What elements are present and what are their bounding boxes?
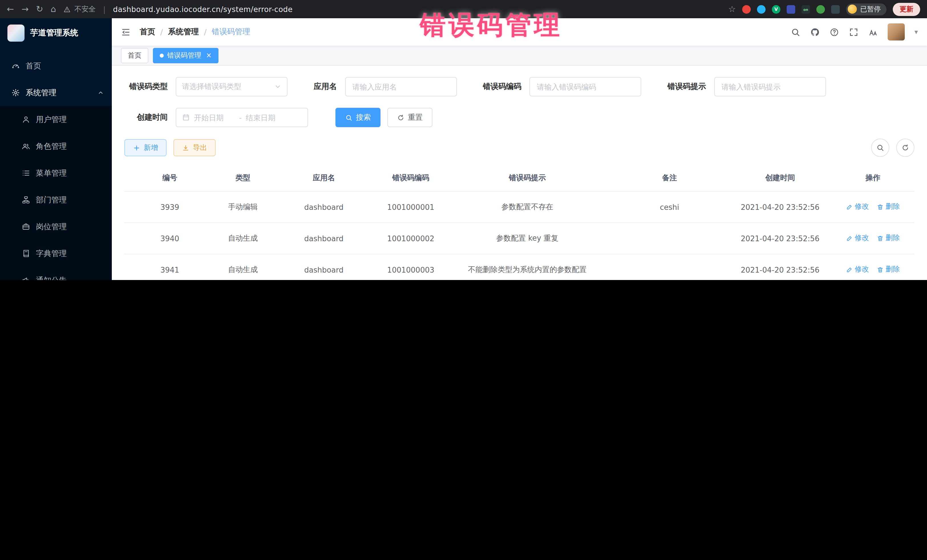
export-button[interactable]: 导出 [173, 139, 216, 156]
reload-icon[interactable]: ↻ [36, 5, 43, 14]
refresh-table-button[interactable] [896, 138, 915, 157]
address-divider: | [103, 5, 106, 14]
github-icon[interactable] [810, 27, 820, 37]
add-button-label: 新增 [144, 143, 158, 153]
address-url[interactable]: dashboard.yudao.iocoder.cn/system/error-… [113, 5, 293, 14]
edit-link[interactable]: 修改 [846, 234, 869, 243]
sidebar-item-roles[interactable]: 角色管理 [0, 133, 112, 160]
cell-app: dashboard [271, 254, 377, 280]
sidebar-item-notices[interactable]: 通知公告 [0, 267, 112, 280]
delete-link[interactable]: 删除 [877, 265, 900, 275]
list-icon [22, 169, 30, 178]
cell-app: dashboard [271, 223, 377, 254]
search-icon [876, 144, 884, 152]
extension-icon[interactable] [742, 5, 751, 14]
refresh-icon [397, 114, 404, 121]
tab-error-code[interactable]: 错误码管理 × [153, 48, 219, 63]
home-icon[interactable]: ⌂ [50, 5, 56, 14]
tab-home[interactable]: 首页 [121, 48, 148, 63]
add-button[interactable]: 新增 [125, 139, 167, 156]
extension-icon[interactable]: on [801, 5, 810, 14]
reset-button[interactable]: 重置 [388, 108, 432, 127]
user-avatar[interactable] [887, 23, 905, 41]
error-code-table: 编号 类型 应用名 错误码编码 错误码提示 备注 创建时间 操作 [125, 165, 915, 280]
search-button[interactable]: 搜索 [336, 108, 380, 127]
delete-link[interactable]: 删除 [877, 202, 900, 212]
error-type-select[interactable]: 请选择错误码类型 [176, 77, 287, 96]
forward-icon[interactable]: → [21, 5, 29, 14]
browser-chrome: ← → ↻ ⌂ 不安全 | dashboard.yudao.iocoder.cn… [0, 0, 927, 18]
error-code-input[interactable] [529, 77, 641, 96]
sidebar-item-system[interactable]: 系统管理 [0, 79, 112, 106]
extension-icon[interactable] [816, 5, 825, 14]
cell-type: 自动生成 [215, 254, 271, 280]
user-icon [22, 115, 30, 124]
bookmark-star-icon[interactable]: ☆ [728, 5, 736, 14]
sidebar-item-posts[interactable]: 岗位管理 [0, 213, 112, 240]
calendar-icon [182, 114, 190, 121]
filter-type-label: 错误码类型 [125, 82, 168, 92]
app-logo[interactable]: 芋道管理系统 [0, 18, 112, 48]
create-time-range-picker[interactable]: - [176, 108, 308, 127]
edit-link[interactable]: 修改 [846, 265, 869, 275]
extension-icon[interactable] [757, 5, 766, 14]
delete-label: 删除 [886, 265, 900, 275]
tab-label: 首页 [128, 50, 141, 60]
app-title: 芋道管理系统 [30, 28, 78, 38]
sidebar-item-dictionary[interactable]: 字典管理 [0, 240, 112, 267]
fullscreen-icon[interactable] [849, 27, 859, 37]
users-icon [22, 142, 30, 150]
start-date-input[interactable] [194, 113, 235, 122]
extension-icon[interactable] [787, 5, 795, 14]
sidebar-item-users[interactable]: 用户管理 [0, 106, 112, 133]
range-separator: - [239, 113, 242, 122]
breadcrumb-system[interactable]: 系统管理 [168, 27, 199, 37]
profile-paused-chip[interactable]: 已暂停 [846, 3, 886, 15]
sidebar-item-menus[interactable]: 菜单管理 [0, 160, 112, 187]
show-search-toggle-button[interactable] [871, 138, 889, 157]
app-name-input[interactable] [345, 77, 457, 96]
filter-hint-label: 错误码提示 [667, 82, 706, 92]
cell-type: 自动生成 [215, 223, 271, 254]
edit-link[interactable]: 修改 [846, 202, 869, 212]
help-icon[interactable] [830, 27, 839, 37]
browser-update-button[interactable]: 更新 [893, 3, 920, 16]
col-header-app: 应用名 [271, 165, 377, 191]
back-icon[interactable]: ← [7, 5, 14, 14]
cell-id: 3939 [125, 191, 215, 223]
breadcrumb: 首页 / 系统管理 / 错误码管理 [140, 27, 250, 37]
cell-id: 3941 [125, 254, 215, 280]
close-icon[interactable]: × [206, 51, 212, 59]
caret-down-icon[interactable]: ▾ [915, 28, 918, 36]
download-icon [182, 144, 189, 152]
breadcrumb-separator: / [160, 27, 163, 36]
col-header-hint: 错误码提示 [444, 165, 610, 191]
cell-id: 3940 [125, 223, 215, 254]
delete-link[interactable]: 删除 [877, 234, 900, 243]
pin-extension-icon[interactable] [831, 5, 840, 14]
search-icon[interactable] [791, 27, 800, 37]
error-hint-input[interactable] [714, 77, 826, 96]
extension-icon[interactable]: V [772, 5, 780, 14]
reset-button-label: 重置 [408, 112, 423, 123]
sidebar-item-home[interactable]: 首页 [0, 52, 112, 79]
error-code-page: 错误码类型 请选择错误码类型 应用名 错误码编码 [112, 65, 927, 280]
edit-pencil-icon [846, 266, 853, 273]
filter-app-label: 应用名 [314, 82, 337, 92]
book-icon [22, 249, 30, 258]
end-date-input[interactable] [246, 113, 287, 122]
cell-remark [610, 254, 729, 280]
table-row: 3939 手动编辑 dashboard 1001000001 参数配置不存在 c… [125, 191, 915, 223]
breadcrumb-home[interactable]: 首页 [140, 27, 155, 37]
sidebar-item-departments[interactable]: 部门管理 [0, 187, 112, 213]
export-button-label: 导出 [193, 143, 207, 153]
sidebar: 芋道管理系统 首页 系统管理 用户管理 [0, 18, 112, 280]
font-size-icon[interactable] [868, 27, 878, 37]
security-indicator[interactable]: 不安全 [64, 4, 96, 14]
logo-image [8, 24, 24, 42]
sidebar-item-label: 首页 [26, 61, 41, 71]
chevron-down-icon [274, 83, 281, 90]
col-header-actions: 操作 [831, 165, 915, 191]
delete-label: 删除 [886, 202, 900, 212]
sidebar-collapse-icon[interactable] [121, 27, 131, 37]
